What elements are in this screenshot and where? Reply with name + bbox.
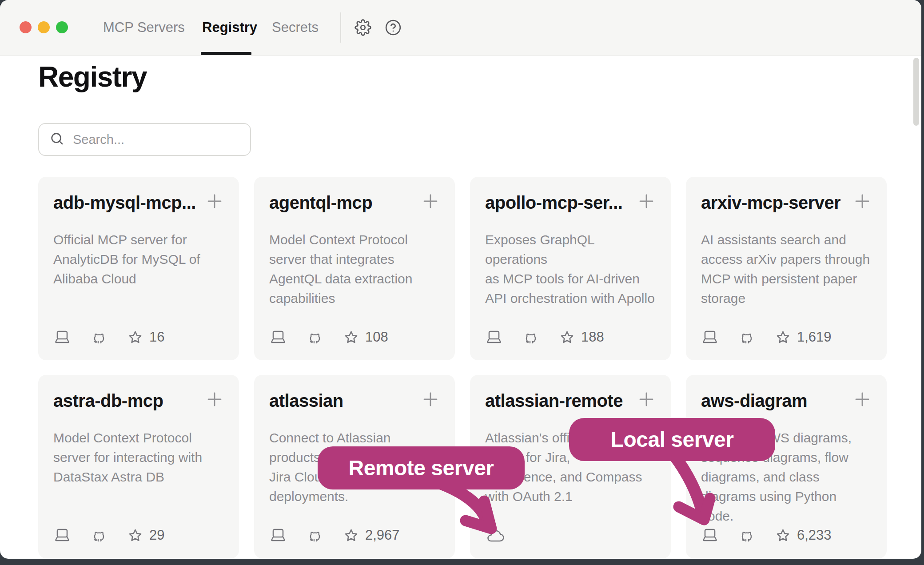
server-description-line: MCP with persistent paper xyxy=(701,269,872,289)
search-icon xyxy=(50,131,64,147)
server-description: Model Context Protocolserver for interac… xyxy=(53,428,224,487)
server-description-line: Model Context Protocol xyxy=(269,230,440,250)
settings-button[interactable] xyxy=(354,19,371,36)
minimize-window-button[interactable] xyxy=(38,21,50,33)
plus-icon xyxy=(421,402,440,410)
add-server-button[interactable] xyxy=(205,390,224,409)
server-description-line: as MCP tools for AI-driven xyxy=(485,269,656,289)
server-description-line: deployments. xyxy=(269,487,440,506)
add-server-button[interactable] xyxy=(421,390,440,409)
server-description-line: server for interacting with xyxy=(53,448,224,467)
server-description-line: AI assistants search and xyxy=(701,230,872,250)
zoom-window-button[interactable] xyxy=(56,21,68,33)
cloud-icon xyxy=(485,529,506,543)
server-description-line: diagrams, and class xyxy=(701,467,872,487)
github-icon xyxy=(92,330,128,345)
star-count: 16 xyxy=(149,329,164,345)
server-description-line: AnalyticDB for MySQL of xyxy=(53,250,224,269)
github-icon xyxy=(739,330,776,345)
server-description-line: storage xyxy=(701,289,872,308)
add-server-button[interactable] xyxy=(637,192,656,211)
server-description-line: server that integrates xyxy=(269,250,440,269)
star-count: 108 xyxy=(365,329,388,345)
server-card[interactable]: apollo-mcp-ser... Exposes GraphQL operat… xyxy=(470,177,671,360)
server-card[interactable]: agentql-mcp Model Context Protocolserver… xyxy=(254,177,455,360)
github-icon xyxy=(307,528,344,543)
card-header: astra-db-mcp xyxy=(53,390,224,411)
server-description: AI assistants search andaccess arXiv pap… xyxy=(701,230,872,308)
server-description-line: Exposes GraphQL operations xyxy=(485,230,656,269)
add-server-button[interactable] xyxy=(637,390,656,409)
star-icon xyxy=(776,528,797,543)
tab-mcp-servers[interactable]: MCP Servers xyxy=(103,0,185,55)
card-footer: 1,619 xyxy=(701,329,832,345)
close-window-button[interactable] xyxy=(20,21,32,33)
add-server-button[interactable] xyxy=(853,390,872,409)
server-description-line: capabilities xyxy=(269,289,440,308)
card-footer: 108 xyxy=(269,329,388,345)
gear-icon xyxy=(354,30,371,37)
card-header: adb-mysql-mcp... xyxy=(53,192,224,213)
plus-icon xyxy=(205,402,224,410)
server-description-line: AgentQL data extraction xyxy=(269,269,440,289)
help-icon xyxy=(385,30,402,37)
server-name: apollo-mcp-ser... xyxy=(485,192,622,213)
server-description-line: API orchestration with Apollo xyxy=(485,289,656,308)
star-count: 2,967 xyxy=(365,527,400,543)
server-description: Official MCP server forAnalyticDB for My… xyxy=(53,230,224,289)
server-description: Exposes GraphQL operationsas MCP tools f… xyxy=(485,230,656,308)
laptop-icon xyxy=(53,330,92,345)
card-footer xyxy=(485,529,506,543)
star-icon xyxy=(344,528,365,543)
card-header: apollo-mcp-ser... xyxy=(485,192,656,213)
star-icon xyxy=(776,330,797,345)
server-name: astra-db-mcp xyxy=(53,390,163,411)
laptop-icon xyxy=(701,330,739,345)
star-count: 1,619 xyxy=(797,329,832,345)
server-name: agentql-mcp xyxy=(269,192,372,213)
server-description-line: Model Context Protocol xyxy=(53,428,224,448)
help-button[interactable] xyxy=(385,19,402,36)
search-input[interactable] xyxy=(72,132,241,147)
server-name: arxiv-mcp-server xyxy=(701,192,840,213)
card-header: aws-diagram xyxy=(701,390,872,411)
tab-secrets[interactable]: Secrets xyxy=(272,0,319,55)
tab-registry[interactable]: Registry xyxy=(202,0,257,55)
star-icon xyxy=(128,528,149,543)
server-card[interactable]: astra-db-mcp Model Context Protocolserve… xyxy=(38,375,239,558)
server-card[interactable]: aws-diagram Generate AWS diagrams,sequen… xyxy=(686,375,887,558)
star-icon xyxy=(128,330,149,345)
card-footer: 188 xyxy=(485,329,604,345)
add-server-button[interactable] xyxy=(205,192,224,211)
scrollbar-thumb[interactable] xyxy=(913,58,919,126)
star-icon xyxy=(560,330,581,345)
card-header: agentql-mcp xyxy=(269,192,440,213)
search-box[interactable] xyxy=(38,123,251,156)
laptop-icon xyxy=(485,330,523,345)
plus-icon xyxy=(421,204,440,212)
server-description: Model Context Protocolserver that integr… xyxy=(269,230,440,308)
add-server-button[interactable] xyxy=(853,192,872,211)
add-server-button[interactable] xyxy=(421,192,440,211)
laptop-icon xyxy=(701,528,739,543)
active-tab-underline xyxy=(201,52,251,55)
star-count: 6,233 xyxy=(797,527,832,543)
star-icon xyxy=(344,330,365,345)
plus-icon xyxy=(205,204,224,212)
server-card[interactable]: adb-mysql-mcp... Official MCP server for… xyxy=(38,177,239,360)
server-description-line: DataStax Astra DB xyxy=(53,467,224,487)
laptop-icon xyxy=(269,330,307,345)
card-footer: 16 xyxy=(53,329,164,345)
star-count: 29 xyxy=(149,527,164,543)
server-name: adb-mysql-mcp... xyxy=(53,192,196,213)
plus-icon xyxy=(637,402,656,410)
server-description-line: Official MCP server for xyxy=(53,230,224,250)
server-card[interactable]: arxiv-mcp-server AI assistants search an… xyxy=(686,177,887,360)
server-name: atlassian-remote xyxy=(485,390,623,411)
page-title: Registry xyxy=(38,60,147,93)
star-count: 188 xyxy=(581,329,604,345)
remote-server-callout: Remote server xyxy=(318,446,525,489)
local-server-callout: Local server xyxy=(569,418,775,461)
github-icon xyxy=(523,330,560,345)
card-header: arxiv-mcp-server xyxy=(701,192,872,213)
